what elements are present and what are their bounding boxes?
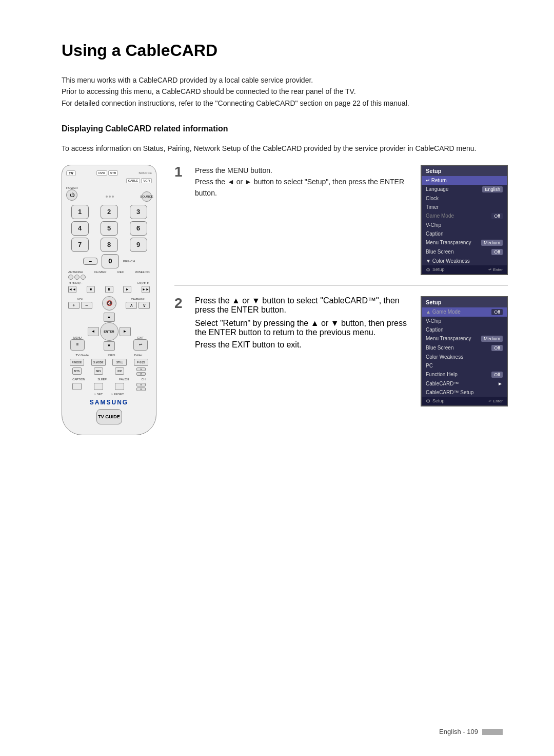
power-button[interactable]: ⏻ [66,189,77,201]
section-title: Displaying CableCARD related information [62,124,508,133]
num-7-button[interactable]: 7 [71,238,89,252]
pip-button[interactable]: PIP [115,367,124,375]
num-9-button[interactable]: 9 [130,238,147,252]
screen1-item-menutransparency: Menu Transparency Medium [422,238,507,247]
num-5-button[interactable]: 5 [101,221,118,236]
ch-down-button[interactable]: ∨ [138,302,150,309]
screen2-item-colorweakness: Color Weakness [422,353,507,361]
chmgr-label: CH.MGR [94,270,106,274]
ff-button[interactable]: ►► [142,286,150,293]
step-2-line-3: Press the EXIT button to exit. [195,340,413,350]
source-label: SOURCE [138,171,152,175]
nav-right-button[interactable]: ► [120,327,131,336]
vol-minus-button[interactable]: – [81,302,92,309]
ch-up-small-button[interactable]: ∧ [136,367,146,371]
antenna-label: ANTENNA [68,270,83,274]
favch-button[interactable] [115,383,124,390]
num-0-button[interactable]: 0 [102,254,119,268]
screen2-item-pc: PC [422,361,507,370]
screen1-header: Setup [422,166,507,176]
dvd-label: DVD [96,170,107,176]
stop-button[interactable]: ■ [87,286,95,293]
tvguide-button[interactable]: TV GUIDE [96,409,122,424]
mute-button[interactable]: 🔇 [102,296,116,311]
screen2-item-cablecard: CableCARD™ ► [422,379,507,388]
gear-icon-2: ⚙ [426,398,430,404]
fav-down-button[interactable]: ∨ [136,387,146,391]
exit-button[interactable]: ↩ [133,339,148,351]
step-2-line-2: Select "Return" by pressing the ▲ or ▼ b… [195,319,413,337]
step-2-container: 2 Press the ▲ or ▼ button to select "Cab… [174,296,508,406]
screen2-footer: ⚙ Setup ↵ Enter [422,397,507,405]
prev-button[interactable]: ◄◄ [68,286,76,293]
stb-label: STB [108,170,118,176]
rec-label: REC [117,270,124,274]
section-intro: To access information on Status, Pairing… [62,143,508,154]
screen2-item-bluescreen: Blue Screen Off [422,343,507,353]
screen1-footer-label: Setup [432,267,445,272]
vol-label: VOL [77,298,83,301]
pause-button[interactable]: ⏸ [105,286,113,293]
ch-down-small-button[interactable]: ∨ [136,372,146,376]
dnet-label: D-Net [134,354,143,357]
screen2-header: Setup [422,297,507,307]
psize-button[interactable]: P-SIZE [134,359,148,366]
srs-button[interactable]: SRS [94,367,103,375]
nav-down-button[interactable]: ▼ [104,341,115,351]
step-2-number: 2 [174,296,190,406]
screen2-item-vchip: V-Chip [422,317,507,325]
step-1-container: 1 Press the MENU button.Press the ◄ or ►… [174,165,508,286]
ch-up-button[interactable]: ∧ [126,302,137,309]
source-button[interactable]: SOURCE [142,191,152,202]
screen1-item-timer: Timer [422,203,507,211]
screen2-footer-label: Setup [432,398,445,403]
num-6-button[interactable]: 6 [130,221,147,236]
smode-button[interactable]: S.MODE [91,359,106,366]
menu-button[interactable]: ≡ [70,339,85,351]
vcr-label: VCR [141,178,152,183]
tvguide-label: TV Guide [76,354,89,357]
step-2-text: Press the ▲ or ▼ button to select "Cable… [195,296,413,406]
num-2-button[interactable]: 2 [101,205,118,219]
page-number: English - 109 [439,728,503,735]
screen2-item-cablecard-setup: CableCARD™ Setup [422,388,507,397]
num-8-button[interactable]: 8 [101,238,118,252]
tv-label: TV [66,170,76,176]
screen1-item-language: Language English [422,185,507,194]
set-label: ○ SET [94,393,103,396]
fav-up-button[interactable]: ∧ [136,383,146,386]
sleep-button[interactable] [94,383,103,390]
screen2-item-functionhelp: Function Help Off [422,370,507,379]
vol-plus-button[interactable]: + [68,302,80,309]
cable-label: CABLE [126,178,141,183]
day-left-label: ◄◄/Day– [68,281,83,284]
screen1-item-colorweakness: ▼ Color Weakness [422,257,507,265]
still-button[interactable]: STILL [112,359,127,366]
nav-up-button[interactable]: ▲ [104,313,115,322]
num-1-button[interactable]: 1 [71,205,89,219]
reset-label: ○ RESET [111,393,124,396]
pmode-button[interactable]: P.MODE [70,359,84,366]
screen2-item-gamemode: ▲ Game Mode Off [422,307,507,317]
mts-button[interactable]: MTS [72,367,82,375]
chpage-label: CH/PAGE [131,298,145,301]
caption-button[interactable] [72,383,82,390]
screen1-item-gamemode: Game Mode Off [422,211,507,221]
menu-label: MENU [73,336,82,339]
nav-left-button[interactable]: ◄ [88,327,99,336]
num-3-button[interactable]: 3 [130,205,147,219]
info-label: INFO [108,354,115,357]
num-4-button[interactable]: 4 [71,221,89,236]
wiselink-label: WISELINK [135,270,150,274]
exit-label: EXIT [137,336,144,339]
gear-icon: ⚙ [426,267,430,273]
sleep-label: SLEEP [97,378,107,381]
dash-button[interactable]: – [83,258,97,265]
tvguide-btn-label: TV GUIDE [98,414,120,419]
screen2-item-caption: Caption [422,325,507,334]
step-1-text: Press the MENU button.Press the ◄ or ► b… [195,165,413,275]
play-button[interactable]: ► [123,286,131,293]
page-number-text: English - 109 [439,728,478,735]
enter-button[interactable]: ENTER [100,322,118,341]
page-title: Using a CableCARD [62,41,508,60]
